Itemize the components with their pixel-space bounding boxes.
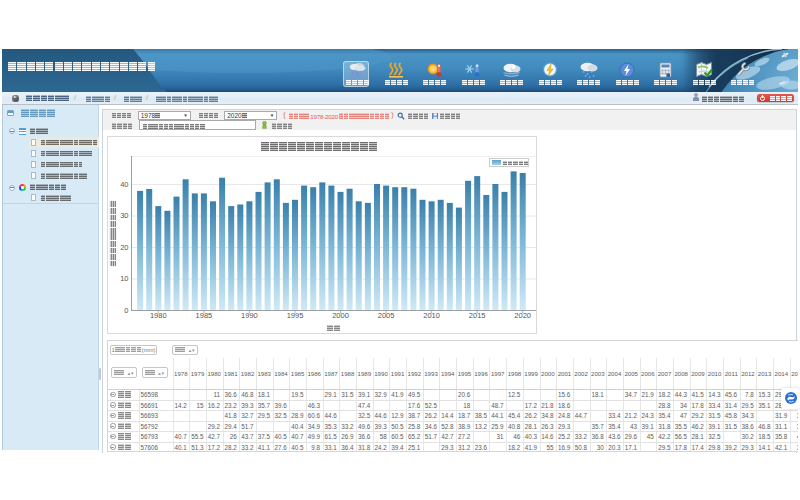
svg-text:2005: 2005: [378, 311, 395, 320]
svg-text:2015: 2015: [469, 311, 486, 320]
svg-text:2020: 2020: [514, 311, 531, 320]
svg-text:0: 0: [124, 306, 128, 315]
svg-text:1990: 1990: [241, 311, 258, 320]
svg-text:30: 30: [120, 211, 128, 220]
svg-text:1995: 1995: [287, 311, 304, 320]
svg-text:2000: 2000: [332, 311, 349, 320]
svg-text:20: 20: [120, 243, 128, 252]
svg-text:40: 40: [120, 180, 128, 189]
svg-text:10: 10: [120, 274, 128, 283]
svg-text:2010: 2010: [423, 311, 440, 320]
svg-text:1985: 1985: [196, 311, 213, 320]
svg-text:1980: 1980: [150, 311, 167, 320]
